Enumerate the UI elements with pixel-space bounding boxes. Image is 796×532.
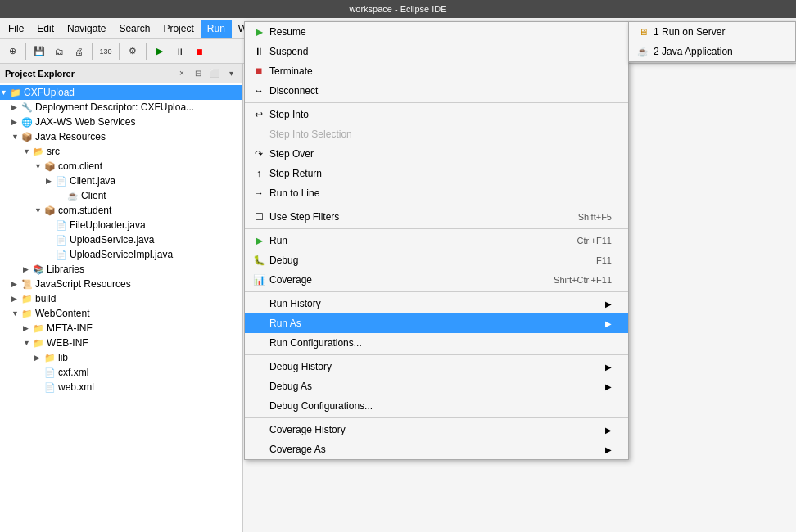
tree-label: UploadServiceImpl.java [70,249,173,260]
menu-item-coverage[interactable]: 📊CoverageShift+Ctrl+F11 [245,270,628,290]
tree-item[interactable]: ▼📁WebContent [0,306,242,321]
menu-item-run-history[interactable]: Run History▶ [245,294,628,313]
menu-item-step-over[interactable]: ↷Step Over [245,144,628,164]
tree-item[interactable]: ▼📁CXFUpload [0,85,242,100]
tree-item[interactable]: ▶📚Libraries [0,262,242,277]
menu-item-label: Step Into [269,109,309,120]
menu-item-label: Step Return [269,168,322,179]
tree-item[interactable]: ▼📂src [0,144,242,159]
menu-item-coverage-history[interactable]: Coverage History▶ [245,420,628,440]
toolbar-props-btn[interactable]: ⚙ [124,43,142,61]
panel-close-btn[interactable]: × [175,67,188,80]
tree-icon: 🌐 [21,117,33,128]
tree-icon: 📜 [21,279,33,290]
tree-item[interactable]: 📄UploadService.java [0,232,242,247]
toolbar-print-btn[interactable]: 🖨 [70,43,88,61]
submenu-arrow-icon: ▶ [605,445,612,454]
menu-item-suspend[interactable]: ⏸Suspend [245,42,628,61]
menu-item-coverage-as[interactable]: Coverage As▶ [245,440,628,459]
tree-item[interactable]: 📄FileUploader.java [0,218,242,232]
panel-minimize-btn[interactable]: ⊟ [192,67,205,80]
menu-separator [245,205,628,205]
menu-item-debug-as[interactable]: Debug As▶ [245,376,628,396]
panel-menu-btn[interactable]: ▾ [224,67,237,80]
menu-item-label: Coverage History [269,424,346,435]
tree-item[interactable]: ▶🔧Deployment Descriptor: CXFUploa... [0,100,242,115]
tree-item[interactable]: ▶📜JavaScript Resources [0,277,242,291]
menu-shortcut: Ctrl+F11 [577,236,613,246]
toolbar-new-btn[interactable]: ⊕ [3,43,21,61]
tree-icon: 📁 [10,88,21,98]
toolbar-save-all-btn[interactable]: 🗂 [50,43,68,61]
menu-separator [245,102,628,103]
tree-item[interactable]: ▼📁WEB-INF [0,336,242,350]
menu-separator [245,417,628,418]
menu-item-icon: ▶ [251,26,266,38]
tree-icon: 📁 [21,309,33,319]
run-as-item-1[interactable]: ☕2 Java Application [629,42,795,61]
menu-edit[interactable]: Edit [30,20,61,38]
tree-icon: 📚 [33,264,44,275]
tree-icon: 📁 [33,338,44,349]
tree-item[interactable]: ▶📄Client.java [0,174,242,188]
toolbar-sep-4 [146,43,147,60]
menu-run[interactable]: Run [201,20,232,38]
menu-item-resume[interactable]: ▶Resume [245,22,628,42]
tree-label: Deployment Descriptor: CXFUploa... [35,101,194,113]
run-as-item-0[interactable]: 🖥1 Run on Server [629,22,795,42]
toolbar-pause-btn[interactable]: ⏸ [170,43,188,61]
tree-icon: 📦 [44,205,56,216]
tree-item[interactable]: 📄web.xml [0,380,242,394]
toolbar-save-btn[interactable]: 💾 [30,43,48,61]
toolbar-run-btn[interactable]: ▶ [151,43,169,61]
tree-item[interactable]: ▶🌐JAX-WS Web Services [0,115,242,129]
menu-item-run-as[interactable]: Run As▶ [245,313,628,333]
tree-label: build [35,293,56,304]
project-explorer: Project Explorer × ⊟ ⬜ ▾ ▼📁CXFUpload▶🔧De… [0,64,243,532]
menu-item-label: Debug [269,255,298,266]
menu-search[interactable]: Search [112,20,156,38]
tree-arrow: ▼ [34,206,44,214]
submenu-item-label: 1 Run on Server [654,26,725,38]
tree-item[interactable]: ▼📦Java Resources [0,129,242,144]
tree-item[interactable]: ▶📁META-INF [0,321,242,336]
tree-item[interactable]: ▼📦com.client [0,159,242,174]
tree-item[interactable]: ▶📁lib [0,350,242,365]
menu-item-label: Debug As [269,381,312,392]
menu-item-debug-history[interactable]: Debug History▶ [245,357,628,376]
menu-item-icon: ↑ [251,168,266,179]
menu-shortcut: Shift+Ctrl+F11 [554,275,612,285]
tree-item[interactable]: ▼📦com.student [0,203,242,218]
panel-title: Project Explorer [5,69,172,79]
menu-item-run[interactable]: ▶RunCtrl+F11 [245,231,628,250]
tree-item[interactable]: ▶📁build [0,291,242,306]
menu-item-label: Coverage [269,274,312,286]
tree-item[interactable]: ☕Client [0,188,242,203]
tree-arrow: ▼ [34,162,44,170]
menu-item-run-configurations...[interactable]: Run Configurations... [245,333,628,353]
menu-item-debug[interactable]: 🐛DebugF11 [245,250,628,270]
tree-item[interactable]: 📄cxf.xml [0,365,242,380]
menu-item-use-step-filters[interactable]: ☐Use Step FiltersShift+F5 [245,207,628,227]
run-as-submenu: 🖥1 Run on Server☕2 Java Application [628,21,796,62]
menu-item-step-into[interactable]: ↩Step Into [245,105,628,124]
tree-label: Client [81,190,106,201]
menu-item-disconnect[interactable]: ↔Disconnect [245,81,628,101]
toolbar-hex-btn[interactable]: 130 [97,43,115,61]
menu-item-debug-configurations...[interactable]: Debug Configurations... [245,396,628,416]
menu-file[interactable]: File [2,20,30,38]
tree-label: Libraries [47,264,84,275]
tree-label: Client.java [70,175,115,187]
menu-item-terminate[interactable]: ⏹Terminate [245,61,628,81]
menu-shortcut: Shift+F5 [578,212,612,222]
menu-navigate[interactable]: Navigate [61,20,112,38]
toolbar-stop-btn[interactable]: ⏹ [190,43,208,61]
menu-item-step-into-selection[interactable]: Step Into Selection [245,124,628,144]
menu-item-run-to-line[interactable]: →Run to Line [245,183,628,203]
menu-project[interactable]: Project [156,20,200,38]
menu-item-icon: ↩ [251,109,266,120]
panel-maximize-btn[interactable]: ⬜ [208,67,221,80]
tree-item[interactable]: 📄UploadServiceImpl.java [0,247,242,262]
tree-icon: 📄 [56,176,67,187]
menu-item-step-return[interactable]: ↑Step Return [245,164,628,183]
